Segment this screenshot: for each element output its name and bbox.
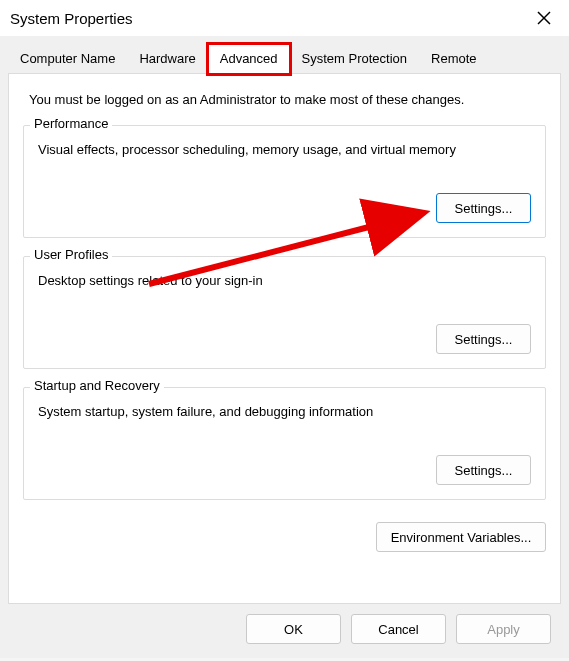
- tab-strip: Computer Name Hardware Advanced System P…: [8, 44, 561, 74]
- performance-settings-button[interactable]: Settings...: [436, 193, 531, 223]
- group-performance-desc: Visual effects, processor scheduling, me…: [38, 142, 531, 157]
- ok-button[interactable]: OK: [246, 614, 341, 644]
- group-performance-btn-row: Settings...: [38, 193, 531, 223]
- footer-buttons: OK Cancel Apply: [8, 604, 561, 654]
- group-startup-desc: System startup, system failure, and debu…: [38, 404, 531, 419]
- group-startup-btn-row: Settings...: [38, 455, 531, 485]
- tab-advanced[interactable]: Advanced: [208, 44, 290, 74]
- tab-computer-name[interactable]: Computer Name: [8, 44, 127, 73]
- group-user-profiles-desc: Desktop settings related to your sign-in: [38, 273, 531, 288]
- env-variables-row: Environment Variables...: [23, 522, 546, 552]
- group-user-profiles-btn-row: Settings...: [38, 324, 531, 354]
- group-startup-legend: Startup and Recovery: [30, 378, 164, 393]
- close-button[interactable]: [529, 6, 559, 30]
- tab-remote[interactable]: Remote: [419, 44, 489, 73]
- intro-text: You must be logged on as an Administrato…: [23, 92, 546, 107]
- apply-button[interactable]: Apply: [456, 614, 551, 644]
- close-icon: [537, 11, 551, 25]
- environment-variables-button[interactable]: Environment Variables...: [376, 522, 546, 552]
- startup-settings-button[interactable]: Settings...: [436, 455, 531, 485]
- tab-content-advanced: You must be logged on as an Administrato…: [8, 74, 561, 604]
- window-title: System Properties: [10, 10, 133, 27]
- tab-hardware[interactable]: Hardware: [127, 44, 207, 73]
- cancel-button[interactable]: Cancel: [351, 614, 446, 644]
- titlebar: System Properties: [0, 0, 569, 36]
- group-startup: Startup and Recovery System startup, sys…: [23, 387, 546, 500]
- group-user-profiles: User Profiles Desktop settings related t…: [23, 256, 546, 369]
- group-user-profiles-legend: User Profiles: [30, 247, 112, 262]
- dialog-body: Computer Name Hardware Advanced System P…: [0, 36, 569, 658]
- group-performance: Performance Visual effects, processor sc…: [23, 125, 546, 238]
- tab-system-protection[interactable]: System Protection: [290, 44, 420, 73]
- group-performance-legend: Performance: [30, 116, 112, 131]
- user-profiles-settings-button[interactable]: Settings...: [436, 324, 531, 354]
